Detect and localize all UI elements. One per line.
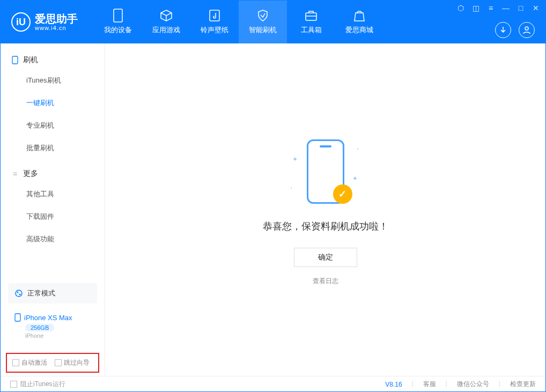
- wechat-link[interactable]: 微信公众号: [457, 380, 489, 389]
- svg-point-7: [17, 292, 19, 293]
- group-title: 刷机: [23, 55, 38, 65]
- toolbox-icon: [305, 9, 318, 22]
- sidebar: 刷机 iTunes刷机 一键刷机 专业刷机 批量刷机 ≡ 更多 其他工具 下载固…: [1, 43, 105, 376]
- block-itunes-checkbox[interactable]: 阻止iTunes运行: [10, 380, 65, 389]
- nav-label: 爱思商城: [345, 25, 373, 35]
- sidebar-item-firmware[interactable]: 下载固件: [1, 205, 105, 228]
- sidebar-group-more: ≡ 更多: [1, 165, 105, 183]
- menu-icon[interactable]: ≡: [486, 4, 495, 12]
- shield-icon: [256, 9, 269, 22]
- close-button[interactable]: ✕: [532, 4, 540, 12]
- feedback-icon[interactable]: ◫: [471, 4, 480, 12]
- mode-icon: [14, 289, 23, 298]
- sidebar-item-advanced[interactable]: 高级功能: [1, 228, 105, 250]
- bag-icon: [353, 9, 366, 22]
- success-message: 恭喜您，保资料刷机成功啦！: [263, 220, 388, 233]
- options-row: 自动激活 跳过向导: [6, 353, 99, 373]
- success-illustration: ✦ ・ ・ ✦ ✓: [288, 134, 363, 209]
- ok-button[interactable]: 确定: [294, 248, 357, 267]
- svg-rect-5: [12, 56, 18, 64]
- nav-flash[interactable]: 智能刷机: [239, 1, 287, 43]
- download-button[interactable]: [495, 22, 511, 38]
- device-type: iPhone: [25, 332, 91, 339]
- maximize-button[interactable]: □: [517, 4, 525, 12]
- minimize-button[interactable]: —: [501, 4, 510, 12]
- update-link[interactable]: 检查更新: [510, 380, 536, 389]
- sidebar-item-oneclick[interactable]: 一键刷机: [1, 92, 105, 114]
- nav-store[interactable]: 爱思商城: [335, 1, 383, 43]
- app-subtitle: www.i4.cn: [35, 25, 78, 31]
- nav-label: 我的设备: [104, 25, 132, 35]
- sidebar-item-pro[interactable]: 专业刷机: [1, 114, 105, 137]
- storage-badge: 256GB: [25, 324, 54, 331]
- nav-label: 智能刷机: [249, 25, 277, 35]
- tshirt-icon[interactable]: ⬡: [456, 4, 465, 12]
- top-nav: 我的设备 应用游戏 铃声壁纸 智能刷机 工具箱 爱思商城: [94, 1, 383, 43]
- cube-icon: [160, 9, 173, 22]
- sidebar-item-itunes[interactable]: iTunes刷机: [1, 69, 105, 92]
- phone-icon: [11, 56, 19, 64]
- sparkle-icon: ✦: [292, 156, 298, 163]
- nav-label: 工具箱: [301, 25, 322, 35]
- svg-point-8: [19, 294, 21, 295]
- sidebar-group-flash: 刷机: [1, 51, 105, 69]
- list-icon: ≡: [11, 170, 19, 177]
- svg-rect-9: [15, 314, 20, 321]
- user-button[interactable]: [519, 22, 535, 38]
- sidebar-item-batch[interactable]: 批量刷机: [1, 137, 105, 159]
- svg-point-6: [16, 290, 22, 297]
- music-icon: [208, 9, 221, 22]
- phone-small-icon: [14, 313, 21, 322]
- sparkle-icon: ・: [355, 145, 361, 154]
- sparkle-icon: ・: [288, 184, 294, 193]
- check-badge-icon: ✓: [333, 184, 352, 204]
- nav-apps[interactable]: 应用游戏: [142, 1, 190, 43]
- logo-icon: iU: [11, 12, 31, 32]
- window-controls: ⬡ ◫ ≡ — □ ✕: [456, 4, 540, 12]
- mode-label: 正常模式: [27, 289, 55, 298]
- sidebar-item-other[interactable]: 其他工具: [1, 183, 105, 205]
- nav-label: 应用游戏: [152, 25, 180, 35]
- header: iU 爱思助手 www.i4.cn 我的设备 应用游戏 铃声壁纸 智能刷机 工具…: [1, 1, 545, 43]
- version-label: V8.16: [385, 381, 402, 388]
- mode-panel[interactable]: 正常模式: [8, 283, 97, 304]
- device-icon: [112, 9, 124, 22]
- svg-rect-1: [210, 10, 219, 21]
- auto-activate-checkbox[interactable]: 自动激活: [12, 358, 47, 367]
- skip-guide-checkbox[interactable]: 跳过向导: [55, 358, 90, 367]
- device-info[interactable]: iPhone XS Max 256GB iPhone: [8, 308, 97, 344]
- sparkle-icon: ✦: [352, 175, 358, 182]
- nav-ringtones[interactable]: 铃声壁纸: [190, 1, 239, 43]
- svg-rect-0: [114, 9, 122, 22]
- app-logo: iU 爱思助手 www.i4.cn: [11, 12, 78, 32]
- nav-toolbox[interactable]: 工具箱: [287, 1, 335, 43]
- user-controls: [495, 22, 535, 38]
- group-title: 更多: [23, 169, 38, 179]
- nav-my-device[interactable]: 我的设备: [94, 1, 142, 43]
- footer-links: | 客服 | 微信公众号 | 检查更新: [412, 380, 536, 389]
- nav-label: 铃声壁纸: [201, 25, 228, 35]
- svg-point-4: [525, 27, 528, 30]
- svg-rect-2: [306, 13, 316, 20]
- body: 刷机 iTunes刷机 一键刷机 专业刷机 批量刷机 ≡ 更多 其他工具 下载固…: [1, 43, 545, 376]
- footer: 阻止iTunes运行 V8.16 | 客服 | 微信公众号 | 检查更新: [1, 376, 545, 392]
- support-link[interactable]: 客服: [423, 380, 436, 389]
- view-log-link[interactable]: 查看日志: [313, 277, 338, 286]
- app-title: 爱思助手: [35, 13, 78, 25]
- main-content: ✦ ・ ・ ✦ ✓ 恭喜您，保资料刷机成功啦！ 确定 查看日志: [105, 43, 545, 376]
- device-name: iPhone XS Max: [14, 313, 91, 322]
